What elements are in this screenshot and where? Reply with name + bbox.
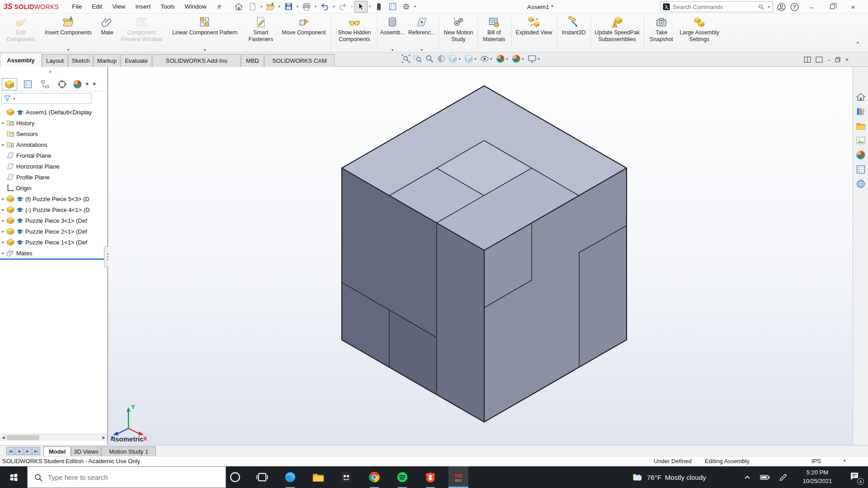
nav-last-button[interactable]: ▶| [32, 447, 40, 455]
tab-solidworks-cam[interactable]: SOLIDWORKS CAM [264, 54, 335, 67]
display-manager-tab[interactable] [70, 78, 85, 90]
ribbon-large-assembly[interactable]: Large Assembly Settings [679, 14, 720, 52]
ribbon-show-hidden[interactable]: Show Hidden Components [334, 14, 375, 52]
view-settings-dropdown[interactable]: ▾ [537, 57, 541, 61]
custom-properties-icon[interactable] [856, 164, 866, 174]
tree-item-puzzle-piece-5[interactable]: ▸(f) Puzzle Piece 5<3> (D [0, 193, 107, 204]
doc-minimize-button[interactable]: – [827, 56, 830, 63]
tab-motion-study-1[interactable]: Motion Study 1 [101, 446, 156, 456]
tab-markup[interactable]: Markup [94, 54, 120, 67]
section-view-button[interactable] [436, 54, 447, 64]
apply-scene-dropdown[interactable]: ▾ [521, 57, 525, 61]
edge-icon[interactable] [284, 471, 297, 483]
pin-menu-icon[interactable] [215, 3, 222, 10]
tabs-scroll-left[interactable]: ◀ [85, 81, 88, 86]
ribbon-bill-of-materials[interactable]: Bill of Materials [479, 14, 509, 52]
nav-next-button[interactable]: ▶ [24, 447, 32, 455]
scroll-left-button[interactable]: ◀ [0, 434, 7, 441]
file-properties-button[interactable] [386, 1, 399, 13]
file-explorer-icon[interactable] [312, 471, 325, 483]
nav-prev-button[interactable]: ◀ [15, 447, 23, 455]
select-tool-dropdown[interactable]: ▾ [368, 5, 372, 9]
ribbon-insert-components[interactable]: Insert Components▾ [42, 14, 95, 52]
save-dropdown[interactable]: ▾ [296, 5, 300, 9]
filter-dropdown[interactable]: ▾ [12, 97, 16, 101]
task-pane-home-icon[interactable] [856, 92, 866, 102]
search-icon[interactable] [758, 4, 764, 10]
reference-geometry-dropdown[interactable]: ▾ [407, 48, 437, 52]
edit-appearance-button[interactable]: ▾ [495, 54, 510, 64]
file-explorer-pane-icon[interactable] [856, 121, 866, 131]
redo-button[interactable] [336, 1, 349, 13]
view-palette-icon[interactable] [856, 136, 866, 145]
open-dropdown[interactable]: ▾ [278, 5, 282, 9]
pane-single-icon[interactable] [816, 56, 823, 63]
units-dropdown-arrow[interactable]: ▴ [844, 458, 846, 462]
tree-item-puzzle-piece-4[interactable]: ▸(-) Puzzle Piece 4<1> (D [0, 204, 107, 215]
brave-icon[interactable] [424, 471, 437, 483]
hide-show-dropdown[interactable]: ▾ [489, 57, 493, 61]
tab-assembly[interactable]: Assembly [0, 53, 42, 67]
tab-mbd[interactable]: MBD [241, 54, 264, 67]
minimize-button[interactable]: – [803, 0, 820, 14]
search-dropdown[interactable]: ▾ [767, 5, 771, 9]
tab-3d-views[interactable]: 3D Views [71, 446, 101, 456]
menu-edit[interactable]: Edit [87, 3, 107, 10]
close-button[interactable]: × [844, 0, 862, 14]
3d-content-central-icon[interactable] [856, 179, 866, 189]
scroll-right-button[interactable]: ▶ [100, 434, 107, 441]
tree-item-puzzle-piece-1[interactable]: ▸Puzzle Piece 1<1> (Def [0, 237, 107, 248]
tabs-scroll-right[interactable]: ▶ [93, 81, 96, 86]
start-button[interactable] [0, 466, 27, 488]
battery-icon[interactable] [760, 472, 770, 483]
dimxpert-manager-tab[interactable] [54, 78, 70, 90]
tab-sketch[interactable]: Sketch [68, 54, 93, 67]
ribbon-update-speedpak[interactable]: Update SpeedPak Subassemblies [592, 14, 642, 52]
menu-tools[interactable]: Tools [156, 3, 180, 10]
units-selector[interactable]: IPS [811, 458, 821, 465]
zoom-to-area-button[interactable] [412, 54, 423, 64]
previous-view-button[interactable] [424, 54, 435, 64]
ribbon-assembly-features[interactable]: Assemb...▾ [380, 14, 405, 52]
property-manager-tab[interactable] [20, 78, 35, 90]
spotify-icon[interactable] [396, 471, 409, 483]
tree-filter-box[interactable]: ▾ [1, 93, 92, 104]
tree-item-history[interactable]: ▸History [0, 117, 107, 128]
ribbon-exploded-view[interactable]: Exploded View [513, 14, 555, 52]
tree-root-assembly[interactable]: Assem1 (Default<Display [0, 107, 107, 117]
hidden-icons-chevron[interactable] [744, 474, 750, 481]
home-button[interactable] [232, 1, 245, 13]
zoom-to-fit-button[interactable] [401, 54, 411, 64]
configuration-manager-tab[interactable] [37, 78, 52, 90]
ribbon-take-snapshot[interactable]: Take Snapshot [646, 14, 677, 52]
tree-item-profile-plane[interactable]: Profile Plane [0, 172, 107, 183]
dark-app-icon[interactable] [340, 471, 353, 483]
weather-widget[interactable]: 76°F Mostly cloudy [631, 466, 706, 488]
puzzle-cube-model[interactable]: Y X Z [108, 67, 868, 445]
print-dropdown[interactable]: ▾ [314, 5, 318, 9]
apply-scene-button[interactable]: ▾ [511, 54, 526, 64]
pane-split-icon[interactable] [804, 56, 811, 63]
design-library-icon[interactable] [856, 107, 866, 117]
appearances-scenes-icon[interactable] [856, 150, 866, 160]
expand-arrow-icon[interactable]: ▸ [0, 229, 6, 234]
new-document-dropdown[interactable]: ▾ [259, 5, 264, 9]
undo-dropdown[interactable]: ▾ [332, 5, 336, 9]
save-button[interactable] [282, 1, 295, 13]
account-icon[interactable] [777, 2, 786, 12]
ribbon-instant3d[interactable]: Instant3D [559, 14, 589, 52]
featuremanager-design-tree-tab[interactable] [2, 78, 17, 90]
tab-model[interactable]: Model [43, 446, 71, 456]
collapse-ribbon-button[interactable]: ^ [856, 41, 859, 46]
nav-first-button[interactable]: |◀ [6, 447, 14, 455]
expand-arrow-icon[interactable]: ▸ [0, 142, 6, 147]
tree-item-mates[interactable]: ▸Mates [0, 248, 107, 258]
edit-appearance-dropdown[interactable]: ▾ [505, 57, 509, 61]
tree-item-origin[interactable]: Origin [0, 183, 107, 193]
panel-drag-handle[interactable] [49, 70, 52, 73]
assembly-features-dropdown[interactable]: ▾ [380, 48, 405, 52]
ribbon-smart-fasteners[interactable]: Smart Fasteners [245, 14, 277, 52]
open-button[interactable] [264, 1, 277, 13]
ribbon-reference-geometry[interactable]: Referenc...▾ [407, 14, 437, 52]
ribbon-new-motion-study[interactable]: New Motion Study [441, 14, 476, 52]
